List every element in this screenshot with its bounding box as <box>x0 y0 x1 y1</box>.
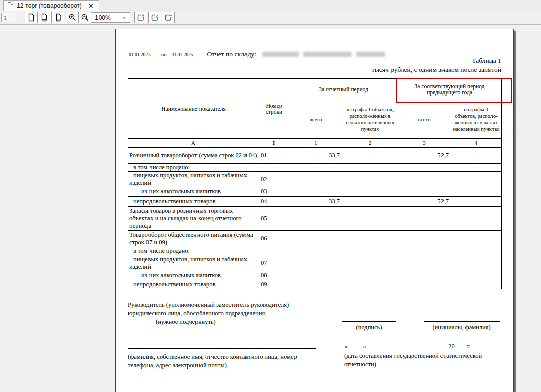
date-to: 31.01.2025 <box>172 52 193 57</box>
row-value-cell <box>451 247 502 255</box>
row-value-cell <box>451 164 502 172</box>
report-page: 01.01.2025 по 31.01.2025 Отчет по складу… <box>115 29 514 392</box>
signature-line <box>342 321 396 322</box>
zoom-level-select[interactable]: 100% ▾ <box>91 12 130 23</box>
row-line-number: 08 <box>259 271 289 280</box>
units-caption: тысяч рублей, с одним знаком после запят… <box>267 65 501 74</box>
name-caption: (инициалы, фамилия) <box>416 324 507 331</box>
report-by-warehouse-label: Отчет по складу: <box>207 50 256 58</box>
tab-title: 12-торг (товарооборот) <box>17 2 82 9</box>
row-label: Розничный товарооборот (сумма строк 02 и… <box>128 148 259 164</box>
row-line-number: 03 <box>259 187 289 197</box>
row-value-cell <box>398 207 451 231</box>
row-line-number: 09 <box>259 280 289 289</box>
frame-edit-button[interactable] <box>148 12 161 23</box>
col-header-total-1: всего <box>289 100 342 139</box>
row-value-cell <box>289 271 342 280</box>
row-label: пищевых продуктов, напитков и табачных и… <box>128 172 259 187</box>
row-line-number: 04 <box>259 197 289 207</box>
date-from: 01.01.2025 <box>129 52 151 57</box>
row-value-cell <box>342 197 398 207</box>
contact-caption: (фамилия, собственное имя, отчество конт… <box>128 353 325 370</box>
pages-multiple-button[interactable] <box>51 12 64 23</box>
col-header-rural-1: из графы 1 объектов, располо-женных в се… <box>342 100 398 139</box>
footer-line-3: (нужное подчеркнуть) <box>128 318 289 326</box>
frame-remove-button[interactable] <box>162 12 175 23</box>
column-letter-cell: А <box>128 139 259 148</box>
row-value-cell <box>342 231 398 247</box>
row-label: из них алкогольных напитков <box>128 271 259 280</box>
row-value-cell <box>451 148 502 164</box>
column-letter-cell: 2 <box>342 139 398 148</box>
frame-add-icon <box>136 13 145 22</box>
row-value-cell <box>342 148 398 164</box>
table-row: пищевых продуктов, напитков и табачных и… <box>128 172 502 187</box>
tab-bar: 12-торг (товарооборот) ✕ <box>0 0 541 11</box>
row-value-cell <box>342 280 398 289</box>
row-line-number: 07 <box>259 255 289 271</box>
row-value-cell <box>451 197 502 207</box>
footer-line-1: Руководитель (уполномоченный заместитель… <box>128 301 289 309</box>
row-value-cell <box>398 247 451 255</box>
row-value-cell <box>289 280 342 289</box>
close-icon[interactable]: ✕ <box>88 3 94 9</box>
column-letter-row: АБ1234 <box>128 139 502 148</box>
row-value-cell <box>342 271 398 280</box>
report-table: Наименование показателя Номер строки За … <box>128 78 502 289</box>
footer-line-2: юридического лица, обособленного подразд… <box>128 309 289 318</box>
row-value-cell <box>342 164 398 172</box>
page-single-icon <box>27 13 35 22</box>
table-caption: Таблица 1 <box>267 56 501 65</box>
col-header-total-2: всего <box>398 100 451 139</box>
table-row: пищевых продуктов, напитков и табачных и… <box>128 255 502 271</box>
table-row: из них алкогольных напитков03 <box>128 187 502 197</box>
row-value-cell <box>289 164 342 172</box>
row-value-cell <box>289 231 342 247</box>
table-row: непродовольственных товаров0433,752,7 <box>128 197 502 207</box>
col-header-indicator: Наименование показателя <box>128 79 259 139</box>
date-to-label: по <box>161 52 167 57</box>
row-label: непродовольственных товаров <box>128 280 259 289</box>
date-blank-line: «_____» _________________________ 20____… <box>344 342 471 350</box>
row-value-cell <box>289 172 342 187</box>
column-letter-cell: 3 <box>398 139 451 148</box>
page-with-footer-button[interactable] <box>38 12 51 23</box>
row-value-cell: 33,7 <box>289 148 342 164</box>
row-value-cell <box>398 271 451 280</box>
validation-highlight-rectangle <box>396 78 512 103</box>
row-line-number: 06 <box>259 231 289 247</box>
zoom-level-value: 100% <box>91 14 119 21</box>
row-value-cell <box>451 172 502 187</box>
table-row: Розничный товарооборот (сумма строк 02 и… <box>128 148 502 164</box>
zoom-out-button[interactable] <box>78 12 91 23</box>
page-number-input[interactable] <box>1 13 16 22</box>
row-value-cell <box>289 207 342 231</box>
row-label: Товарооборот общественного питания (сумм… <box>128 231 259 247</box>
page-with-footer-icon <box>40 13 48 22</box>
table-row: Товарооборот общественного питания (сумм… <box>128 231 502 247</box>
zoom-in-button[interactable] <box>66 12 79 23</box>
row-value-cell <box>398 255 451 271</box>
row-value-cell <box>451 255 502 271</box>
row-value-cell <box>342 172 398 187</box>
row-value-cell <box>289 247 342 255</box>
name-line <box>424 321 500 322</box>
col-header-reporting-period: За отчетный период <box>289 79 398 100</box>
row-line-number: 02 <box>259 172 289 187</box>
col-header-line-no: Номер строки <box>259 79 289 139</box>
page-single-button[interactable] <box>25 12 38 23</box>
column-letter-cell: 4 <box>451 139 502 148</box>
table-row: Запасы товаров в розничных торговых объе… <box>128 207 502 231</box>
row-value-cell: 52,7 <box>398 197 451 207</box>
tab-12torg[interactable]: 12-торг (товарооборот) ✕ <box>3 0 99 11</box>
zoom-out-icon <box>81 13 89 22</box>
frame-add-button[interactable] <box>134 12 147 23</box>
document-viewer: 01.01.2025 по 31.01.2025 Отчет по складу… <box>0 25 541 392</box>
date-caption: (дата составления государственной статис… <box>344 352 511 369</box>
row-value-cell <box>398 164 451 172</box>
row-value-cell <box>342 187 398 197</box>
contact-line <box>128 348 316 349</box>
row-value-cell <box>451 207 502 231</box>
column-letter-cell: Б <box>259 139 289 148</box>
row-value-cell: 33,7 <box>289 197 342 207</box>
